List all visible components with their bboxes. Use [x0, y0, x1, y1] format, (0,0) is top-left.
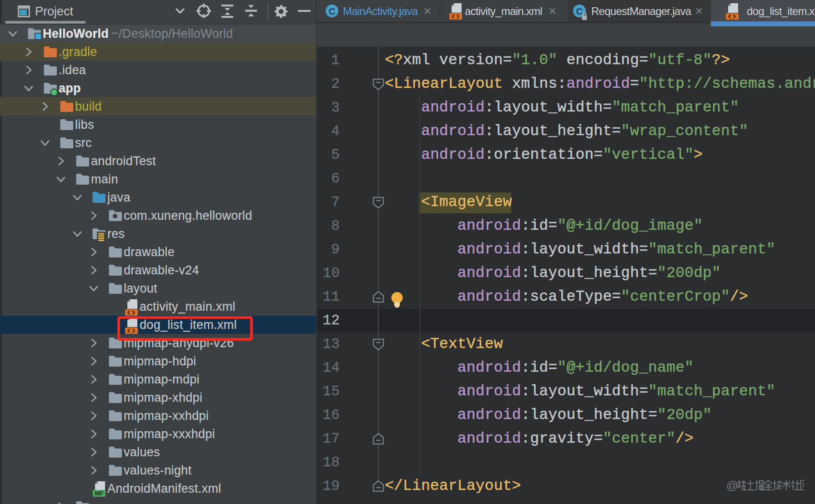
svg-text:C: C [328, 6, 335, 16]
svg-text:C: C [576, 6, 583, 16]
svg-text:MF: MF [95, 490, 104, 497]
svg-text:@: @ [727, 479, 738, 492]
